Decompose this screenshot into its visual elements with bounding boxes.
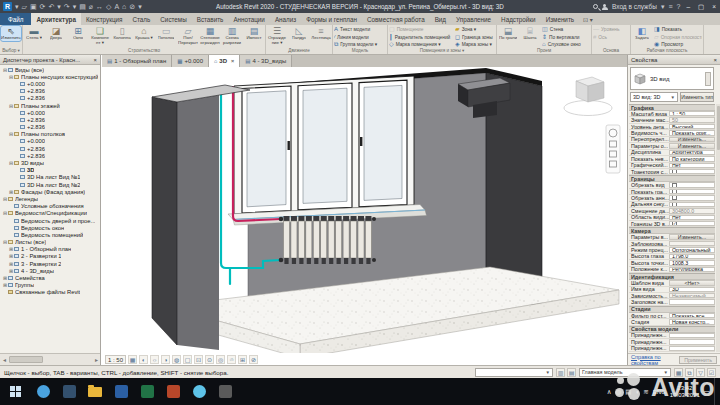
clock[interactable]: 23:42 13.03.2021: [670, 385, 700, 399]
worksharing-icon[interactable]: ⊞: [238, 355, 247, 364]
temporary-hide-icon[interactable]: ◎: [216, 355, 225, 364]
sign-in-arrow-icon[interactable]: ▾: [661, 2, 665, 11]
property-section-header[interactable]: Камера: [629, 227, 715, 234]
select-toggle-icon[interactable]: ☑: [707, 368, 716, 377]
property-section-header[interactable]: Стадии: [629, 306, 715, 313]
property-value[interactable]: [669, 189, 715, 194]
mic-icon[interactable]: ◍: [616, 388, 622, 396]
browser-horizontal-scrollbar[interactable]: ◂ ▸: [0, 353, 101, 365]
property-value[interactable]: Изменить...: [669, 143, 715, 148]
scale-control[interactable]: 1 : 50: [105, 355, 126, 364]
level-button[interactable]: ―Уровень: [593, 26, 629, 34]
area-boundary-button[interactable]: ◻Граница зоны: [455, 34, 495, 42]
show-desktop-button[interactable]: [714, 378, 717, 405]
ribbon-tab-systems[interactable]: Системы: [155, 13, 191, 25]
property-value[interactable]: По категории: [669, 156, 715, 161]
customize-qat-icon[interactable]: ▾: [138, 2, 142, 11]
tree-item[interactable]: 3D На лист Вид №2: [0, 181, 100, 188]
undo-arrow-icon[interactable]: ▾: [57, 2, 61, 11]
properties-scrollbar[interactable]: [716, 104, 720, 352]
floor-button[interactable]: ▱Пол/Перекрытие ▾: [178, 26, 198, 46]
wall-button[interactable]: ▬Стена ▾: [24, 26, 44, 41]
app-store-icon[interactable]: ≡: [668, 2, 672, 11]
rendering-icon[interactable]: ◍: [172, 355, 181, 364]
tree-item[interactable]: ⊞Семейства: [0, 274, 100, 281]
tree-item[interactable]: +0.000: [0, 109, 100, 116]
redo-icon[interactable]: ↷: [64, 2, 70, 11]
shaft-button[interactable]: ⌸Шахта: [520, 26, 540, 41]
property-value[interactable]: [669, 346, 715, 351]
ceiling-button[interactable]: ▭Потолок: [156, 26, 176, 41]
close-icon[interactable]: ×: [94, 57, 97, 63]
property-value[interactable]: Нет: [669, 163, 715, 168]
show-crop-icon[interactable]: ⊡: [194, 355, 203, 364]
property-value[interactable]: 3D: [669, 287, 715, 292]
tree-item[interactable]: +2.836: [0, 95, 100, 102]
section-icon[interactable]: ⊘: [129, 2, 135, 11]
project-browser-header[interactable]: Диспетчер проекта - Красн... ×: [0, 55, 100, 65]
property-value[interactable]: ✓: [669, 221, 715, 226]
model-text-button[interactable]: AТекст модели: [334, 26, 386, 34]
column-button[interactable]: ▯Колонна: [112, 26, 132, 41]
ribbon-tab-insert[interactable]: Вставить: [192, 13, 229, 25]
type-browse-button[interactable]: [705, 72, 711, 86]
print-icon[interactable]: ▤: [79, 2, 86, 11]
property-value[interactable]: 1798.0: [669, 254, 715, 259]
taskbar-app-3[interactable]: [82, 378, 108, 405]
property-value[interactable]: Ортогональный: [669, 247, 715, 252]
account-icon[interactable]: [602, 4, 608, 10]
railing-button[interactable]: ☰Ограждение ▾: [267, 26, 287, 46]
save-icon[interactable]: ▣: [30, 2, 37, 11]
ribbon-tab-collaborate[interactable]: Совместная работа: [362, 13, 430, 25]
ribbon-tab-addins[interactable]: Надстройки: [496, 13, 541, 25]
tree-item[interactable]: ⊞4 - 3D_виды: [0, 267, 100, 274]
tree-item[interactable]: ⊞3 - Развертки 2: [0, 260, 100, 267]
tree-item[interactable]: +2.836: [0, 116, 100, 123]
show-work-plane-button[interactable]: ◨Показать: [654, 26, 702, 34]
taskbar-app-5[interactable]: [134, 378, 160, 405]
tree-item[interactable]: ⊟Планы потолков: [0, 131, 100, 138]
window-3[interactable]: [359, 80, 407, 207]
property-value[interactable]: [669, 202, 715, 207]
close-view-icon[interactable]: ×: [231, 58, 234, 64]
ribbon-tab-steel[interactable]: Сталь: [127, 13, 155, 25]
tray-expand-icon[interactable]: ∧: [607, 388, 612, 396]
taskbar-app-4[interactable]: [108, 378, 134, 405]
property-value[interactable]: 50: [669, 117, 715, 122]
stair-button[interactable]: ≡Лестница: [311, 26, 331, 41]
checkbox-icon[interactable]: [672, 189, 677, 194]
curtain-grid-button[interactable]: ▥Схема разрезки (стены): [222, 26, 242, 46]
tag-icon[interactable]: ◇: [106, 2, 111, 11]
restore-button[interactable]: ▢: [696, 3, 706, 11]
search-icon[interactable]: [593, 4, 598, 9]
property-value[interactable]: [669, 195, 715, 200]
network-icon[interactable]: ≋: [643, 388, 648, 396]
tree-item[interactable]: +2.836: [0, 124, 100, 131]
ribbon-tab-massing-site[interactable]: Формы и генплан: [301, 13, 362, 25]
view-tab[interactable]: ▤1 - Обзорный план: [102, 55, 172, 67]
editable-only-icon[interactable]: ▤: [567, 368, 576, 377]
tree-item[interactable]: Ведомость помещений: [0, 231, 100, 238]
property-value[interactable]: 1008.3: [669, 260, 715, 265]
scroll-thumb[interactable]: [717, 106, 720, 150]
revit-logo[interactable]: R: [3, 2, 12, 11]
design-option-combo[interactable]: Главная модель ▼: [579, 368, 671, 377]
room-button[interactable]: ▢Помещение: [389, 26, 453, 34]
tree-item[interactable]: +0.000: [0, 80, 100, 87]
taskbar-app-6[interactable]: [160, 378, 186, 405]
tree-item[interactable]: ⊞1 - Обзорный план: [0, 246, 100, 253]
default-3d-view-icon[interactable]: ⌂: [122, 2, 126, 11]
viewcube[interactable]: [564, 77, 612, 116]
workset-combo[interactable]: ▼: [475, 368, 553, 377]
property-section-header[interactable]: Свойства модели: [629, 326, 715, 333]
ribbon-tab-modify[interactable]: Изменить: [541, 13, 579, 25]
property-value[interactable]: [669, 182, 715, 187]
view-tab[interactable]: ⌂3D×: [209, 55, 240, 67]
checkbox-icon[interactable]: [672, 169, 677, 174]
checkbox-icon[interactable]: [672, 202, 677, 207]
start-button[interactable]: [0, 378, 30, 405]
ribbon-tab-analyze[interactable]: Анализ: [270, 13, 301, 25]
property-value[interactable]: Показать ориг...: [669, 130, 715, 135]
tree-item[interactable]: ⊟3D виды: [0, 159, 100, 166]
properties-help-link[interactable]: Справка по свойствам: [631, 354, 679, 366]
